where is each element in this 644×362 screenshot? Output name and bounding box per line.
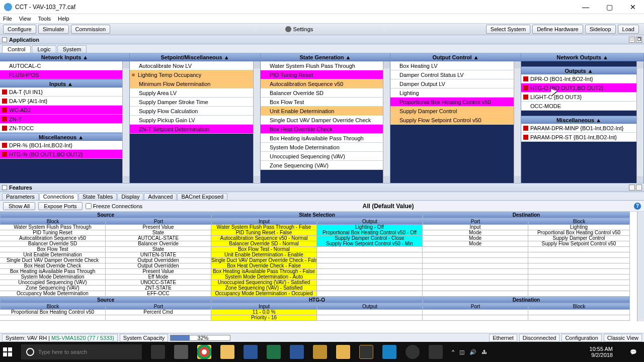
notifications-icon[interactable]: 💬 bbox=[626, 349, 641, 355]
table-row[interactable]: Box Flow TestStateBox Flow Test - Normal bbox=[0, 247, 644, 252]
row-sd-vav-override[interactable]: Single Duct VAV Damper Override Check bbox=[261, 116, 383, 125]
col-block[interactable]: Block bbox=[0, 218, 106, 225]
table-row[interactable]: Proportional Box Heating Control v50Perc… bbox=[0, 310, 644, 315]
row-balancer-ovr[interactable]: Balancer Override SD bbox=[261, 88, 383, 98]
tab-system[interactable]: System bbox=[57, 45, 87, 53]
row-box-heat-avail[interactable]: Box Heating isAvailable Pass Through bbox=[261, 134, 383, 143]
scrollbar[interactable] bbox=[514, 61, 521, 183]
table-row[interactable]: Water System Flush Pass ThroughPresent V… bbox=[0, 225, 644, 230]
row-unit-enable[interactable]: Unit Enable Determination bbox=[261, 107, 383, 116]
row-param-dpr-minp[interactable]: PARAM-DPR-MINP {BO1-Int,BO2-Int} bbox=[521, 124, 636, 133]
row-box-flow-test[interactable]: Box Flow Test bbox=[261, 98, 383, 107]
table-row[interactable]: PID Tuning ResetStatePID Tuning Reset - … bbox=[0, 230, 644, 236]
row-zone-seq[interactable]: Zone Sequencing (VAV) bbox=[261, 161, 383, 170]
table-row[interactable]: Priority - 16 bbox=[0, 315, 644, 321]
row-supply-area[interactable]: Supply Area LV bbox=[130, 88, 253, 98]
outlook-icon[interactable] bbox=[244, 345, 258, 359]
row-da-vp[interactable]: DA-VP {AI1-Int} bbox=[0, 97, 122, 106]
sideloop-button[interactable]: Sideloop bbox=[585, 25, 616, 34]
col-port[interactable]: Port bbox=[106, 218, 211, 225]
colhdr-network-outputs[interactable]: Network Outputs ▲ bbox=[521, 53, 643, 61]
table-row[interactable]: Unoccupied Sequencing (VAV)UNOCC-STATEUn… bbox=[0, 280, 644, 286]
tray-bt-icon[interactable]: 🖧 bbox=[481, 349, 487, 355]
show-all-button[interactable]: Show All bbox=[3, 202, 35, 210]
table-row[interactable]: System Mode DeterminationEff ModeSystem … bbox=[0, 275, 644, 280]
system-tray[interactable]: ^ ◫ 🔊 🖧 bbox=[452, 349, 487, 355]
app-icon-1[interactable] bbox=[174, 345, 188, 359]
folder-icon[interactable] bbox=[336, 345, 350, 359]
load-button[interactable]: Load bbox=[618, 25, 639, 34]
row-htg-pct[interactable]: HTG-% {BO OUT1,BO OUT2} bbox=[0, 150, 122, 159]
row-light-c[interactable]: LIGHT-C {BO OUT3} bbox=[521, 93, 636, 102]
table-row[interactable]: Balancer Override SDBalancer OverrideBal… bbox=[0, 241, 644, 247]
status-ethernet[interactable]: Ethernet bbox=[489, 334, 517, 342]
table-row[interactable]: Zone Sequencing (VAV)ZNT-STATEZone Seque… bbox=[0, 286, 644, 291]
tray-up-icon[interactable]: ^ bbox=[452, 349, 454, 355]
table-row[interactable]: Unit Enable DeterminationUNITEN-STATEUni… bbox=[0, 252, 644, 258]
app-icon-4[interactable] bbox=[382, 345, 396, 359]
col-input[interactable]: Input bbox=[211, 218, 317, 225]
row-damper-status-lv[interactable]: Damper Control Status LV bbox=[390, 70, 514, 79]
row-da-t[interactable]: DA-T {UI IN1} bbox=[0, 87, 122, 97]
row-supply-flow-sp[interactable]: Supply Flow Setpoint Control v50 bbox=[390, 116, 514, 125]
row-water-flush[interactable]: Water System Flush Pass Through bbox=[261, 61, 383, 70]
table-row[interactable]: Box Heat Override CheckOutput Overridden… bbox=[0, 263, 644, 269]
row-box-heat-ovr[interactable]: Box Heat Override Check bbox=[261, 125, 383, 134]
chrome-icon[interactable] bbox=[197, 345, 211, 359]
tray-net-icon[interactable]: ◫ bbox=[459, 349, 464, 355]
scrollbar[interactable] bbox=[253, 61, 260, 183]
explorer-icon[interactable] bbox=[220, 345, 234, 359]
ftab-advanced[interactable]: Advanced bbox=[144, 193, 177, 200]
row-autocal-seq[interactable]: Autocalibration Sequence v50 bbox=[261, 79, 383, 88]
col-output[interactable]: Output bbox=[317, 218, 423, 225]
row-unocc-seq[interactable]: Unoccupied Sequencing (VAV) bbox=[261, 152, 383, 161]
excel-icon[interactable] bbox=[267, 345, 281, 359]
menu-file[interactable]: File bbox=[3, 16, 12, 22]
row-autocal-c[interactable]: AUTOCAL-C bbox=[0, 61, 122, 70]
panel-restore-icon[interactable]: ❐ bbox=[636, 37, 642, 43]
settings-link[interactable]: Settings bbox=[285, 26, 313, 32]
row-param-dpr-st[interactable]: PARAM-DPR-ST {BO1-Int,BO2-Int} bbox=[521, 133, 636, 142]
row-prop-box-heat[interactable]: Proportional Box Heating Control v50 bbox=[390, 98, 514, 107]
tab-logic[interactable]: Logic bbox=[32, 45, 56, 53]
minimize-button[interactable]: — bbox=[578, 2, 593, 12]
close-button[interactable]: ✕ bbox=[626, 2, 640, 12]
row-flow-calc[interactable]: Supply Flow Calculation bbox=[130, 107, 253, 116]
status-configuration[interactable]: Configuration bbox=[561, 334, 601, 342]
subhdr-misc2[interactable]: Miscellaneous ▲ bbox=[521, 116, 636, 124]
subhdr-outputs[interactable]: Outputs ▲ bbox=[521, 66, 636, 74]
colhdr-state-gen[interactable]: State Generation ▲ bbox=[261, 53, 390, 61]
table-row[interactable]: Box Heating isAvailable Pass ThroughPres… bbox=[0, 269, 644, 275]
maximize-button[interactable]: ▢ bbox=[602, 2, 617, 12]
row-flushpos[interactable]: FLUSHPOS bbox=[0, 70, 122, 79]
subhdr-inputs[interactable]: Inputs ▲ bbox=[0, 79, 122, 87]
row-dpr-o[interactable]: DPR-O {BO1-Int,BO2-Int} bbox=[521, 74, 636, 83]
row-autocal-now[interactable]: Autocalibrate Now LV bbox=[130, 61, 253, 70]
row-sys-mode[interactable]: System Mode Determination bbox=[261, 143, 383, 152]
row-damper-output-lv[interactable]: Damper Output LV bbox=[390, 79, 514, 88]
row-pickup-gain[interactable]: Supply Pickup Gain LV bbox=[130, 116, 253, 125]
scrollbar[interactable] bbox=[122, 61, 129, 183]
start-button[interactable] bbox=[3, 347, 12, 356]
row-box-heat-lv[interactable]: Box Heating LV bbox=[390, 61, 514, 70]
search-box[interactable]: Type here to search bbox=[21, 344, 142, 359]
clock[interactable]: 10:55 AM9/2/2018 bbox=[590, 346, 617, 358]
subhdr-misc[interactable]: Miscellaneous ▲ bbox=[0, 133, 122, 141]
row-znt-setpoint[interactable]: ZN-T Setpoint Determination bbox=[130, 125, 253, 134]
simulate-button[interactable]: Simulate bbox=[38, 25, 69, 34]
menu-help[interactable]: Help bbox=[58, 16, 69, 22]
row-zn-t[interactable]: ZN-T bbox=[0, 115, 122, 124]
scrollbar[interactable] bbox=[383, 61, 390, 183]
scrollbar[interactable] bbox=[636, 61, 643, 183]
colhdr-network-inputs[interactable]: Network Inputs ▲ bbox=[0, 53, 129, 61]
ftab-parameters[interactable]: Parameters bbox=[2, 193, 39, 200]
row-htg-o[interactable]: HTG-O {BO OUT1,BO OUT2} bbox=[521, 83, 636, 93]
row-occ-mode[interactable]: OCC-MODE bbox=[521, 102, 636, 111]
ftab-connections[interactable]: Connections bbox=[39, 193, 78, 200]
row-pid-reset[interactable]: PID Tuning Reset bbox=[261, 70, 383, 79]
freeze-checkbox[interactable]: Freeze Connections bbox=[86, 203, 142, 209]
status-classic-view[interactable]: Classic View bbox=[604, 334, 642, 342]
table-row[interactable]: Autocalibration Sequence v50AUTOCAL-STAT… bbox=[0, 236, 644, 241]
row-min-flow[interactable]: Minimum Flow Determination bbox=[130, 79, 253, 88]
grid-scrollbar[interactable] bbox=[637, 212, 644, 321]
